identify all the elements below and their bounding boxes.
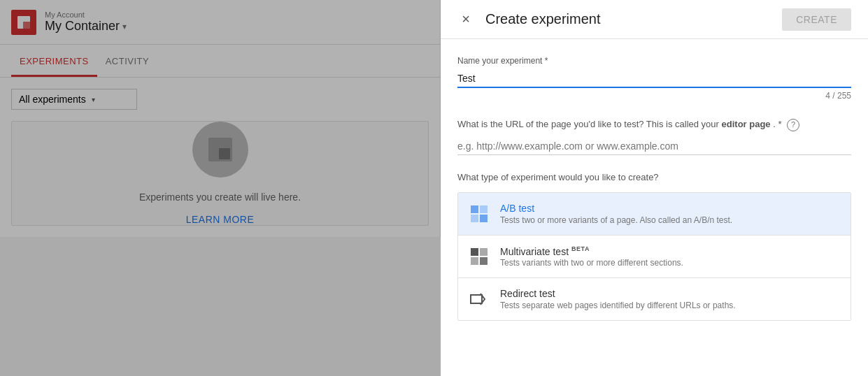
multivariate-text: Multivariate testBETA Tests variants wit… xyxy=(500,245,839,268)
multivariate-name: Multivariate testBETA xyxy=(500,245,839,257)
svg-rect-8 xyxy=(471,295,482,303)
close-button[interactable]: × xyxy=(457,11,474,28)
experiment-type-options: A/B test Tests two or more variants of a… xyxy=(457,192,851,321)
experiment-option-ab[interactable]: A/B test Tests two or more variants of a… xyxy=(458,193,851,236)
redirect-desc: Tests separate web pages identified by d… xyxy=(500,301,839,310)
experiment-name-label: Name your experiment * xyxy=(457,56,851,66)
svg-rect-3 xyxy=(480,215,488,222)
experiment-type-group: What type of experiment would you like t… xyxy=(457,172,851,321)
ab-test-name: A/B test xyxy=(500,203,839,214)
experiment-name-input[interactable] xyxy=(457,70,851,88)
redirect-name: Redirect test xyxy=(500,288,839,299)
svg-rect-6 xyxy=(471,257,478,265)
editor-page-url-input[interactable] xyxy=(457,138,851,155)
svg-rect-4 xyxy=(471,248,478,256)
experiment-option-redirect[interactable]: Redirect test Tests separate web pages i… xyxy=(458,278,851,320)
create-button[interactable]: CREATE xyxy=(782,8,851,31)
redirect-text: Redirect test Tests separate web pages i… xyxy=(500,288,839,310)
experiment-name-group: Name your experiment * 4 / 255 xyxy=(457,56,851,101)
url-label-bold: editor page xyxy=(722,119,771,129)
ab-test-icon xyxy=(469,204,489,224)
experiment-option-multivariate[interactable]: Multivariate testBETA Tests variants wit… xyxy=(458,236,851,279)
type-question: What type of experiment would you like t… xyxy=(457,172,851,182)
ab-test-text: A/B test Tests two or more variants of a… xyxy=(500,203,839,225)
svg-rect-1 xyxy=(480,205,488,213)
svg-rect-0 xyxy=(471,205,478,213)
dialog-title: Create experiment xyxy=(485,11,601,27)
svg-rect-7 xyxy=(480,257,488,265)
ab-test-desc: Tests two or more variants of a page. Al… xyxy=(500,215,839,225)
backdrop-overlay xyxy=(0,0,441,376)
char-count: 4 / 255 xyxy=(457,91,851,101)
url-description: What is the URL of the page you'd like t… xyxy=(457,117,851,132)
dialog-body: Name your experiment * 4 / 255 What is t… xyxy=(441,39,868,376)
editor-page-url-group: What is the URL of the page you'd like t… xyxy=(457,117,851,155)
svg-rect-2 xyxy=(471,215,478,222)
url-label-suffix: . * xyxy=(773,119,781,129)
url-label-text: What is the URL of the page you'd like t… xyxy=(457,119,719,129)
beta-badge: BETA xyxy=(571,245,590,252)
redirect-icon xyxy=(469,289,489,309)
svg-rect-5 xyxy=(480,248,488,256)
dialog-header: × Create experiment CREATE xyxy=(441,0,868,39)
multivariate-icon xyxy=(469,247,489,266)
help-icon[interactable]: ? xyxy=(787,119,799,131)
multivariate-desc: Tests variants with two or more differen… xyxy=(500,258,839,268)
create-experiment-dialog: × Create experiment CREATE Name your exp… xyxy=(441,0,868,376)
